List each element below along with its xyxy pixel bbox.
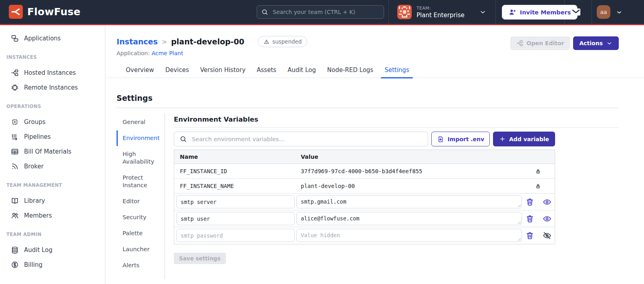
delete-variable-button[interactable] <box>525 214 535 224</box>
section-header: Environment Variables <box>174 113 619 128</box>
settings-nav: GeneralEnvironmentHigh AvailabilityProte… <box>117 113 165 279</box>
sidebar-item-label: Broker <box>24 163 44 170</box>
application-link[interactable]: Acme Plant <box>151 50 183 56</box>
save-settings-button[interactable]: Save settings <box>174 253 226 264</box>
settings-nav-palette[interactable]: Palette <box>117 226 165 241</box>
sidebar-section: TEAM MANAGEMENT Library Members <box>0 182 105 223</box>
status-badge-label: suspended <box>272 38 302 45</box>
import-env-button[interactable]: Import .env <box>431 132 490 146</box>
import-env-label: Import .env <box>447 136 484 142</box>
team-search-input[interactable] <box>272 8 380 16</box>
eye-off-icon[interactable] <box>542 231 552 240</box>
section-title: Environment Variables <box>174 116 258 123</box>
settings-layout: GeneralEnvironmentHigh AvailabilityProte… <box>117 113 619 279</box>
eye-icon[interactable] <box>542 214 552 224</box>
settings-content: Environment Variables Import .env <box>165 113 619 279</box>
env-var-value-input[interactable] <box>296 195 522 208</box>
delete-variable-button[interactable] <box>525 197 535 207</box>
env-var-name-input[interactable] <box>176 212 295 225</box>
sidebar-item-pipelines[interactable]: Pipelines <box>0 129 105 144</box>
applications-icon <box>11 34 19 42</box>
sidebar-item-broker[interactable]: Broker <box>0 159 105 174</box>
table-header: Name Value <box>174 150 555 164</box>
sidebar-item-label: Billing <box>24 261 42 268</box>
warning-icon <box>264 39 270 45</box>
sidebar-section-header: OPERATIONS <box>0 104 105 109</box>
invite-members-button[interactable]: Invite Members <box>502 5 578 20</box>
sidebar-item-label: Pipelines <box>24 133 51 140</box>
sidebar-item-label: Applications <box>24 35 61 42</box>
settings-nav-alerts[interactable]: Alerts <box>117 258 165 273</box>
delete-variable-button[interactable] <box>525 231 535 240</box>
resize-grip-icon[interactable] <box>517 238 521 241</box>
tab-overview[interactable]: Overview <box>120 64 160 78</box>
settings-nav-protect-instance[interactable]: Protect Instance <box>117 170 165 193</box>
env-var-name-input[interactable] <box>176 195 295 208</box>
brand-name: FlowFuse <box>27 6 80 18</box>
sidebar-item-hosted-instances[interactable]: Hosted Instances <box>0 65 105 80</box>
env-var-value-input[interactable] <box>296 229 522 242</box>
sidebar-section: TEAM ADMIN Audit Log Billing <box>0 232 105 272</box>
open-editor-button[interactable]: Open Editor <box>510 36 570 50</box>
add-variable-button[interactable]: Add variable <box>493 132 555 146</box>
lock-icon <box>535 168 541 175</box>
sidebar: Applications INSTANCES Hosted Instances … <box>0 25 105 284</box>
tab-version-history[interactable]: Version History <box>195 64 251 78</box>
team-selector[interactable]: TEAM: Plant Enterprise <box>397 4 490 20</box>
page-title: Settings <box>117 94 619 102</box>
invite-members-label: Invite Members <box>520 9 571 16</box>
tab-devices[interactable]: Devices <box>160 64 195 78</box>
chevron-down-icon[interactable] <box>479 8 487 16</box>
notifications-button[interactable] <box>570 6 582 18</box>
settings-nav-environment[interactable]: Environment <box>117 130 165 146</box>
env-var-row-locked: FF_INSTANCE_ID 37f7d969-97cd-4000-b650-b… <box>174 164 555 179</box>
flowfuse-logo[interactable]: FlowFuse <box>9 5 80 19</box>
sidebar-section: Applications <box>0 31 105 46</box>
settings-nav-general[interactable]: General <box>117 114 165 130</box>
sidebar-item-applications[interactable]: Applications <box>0 31 105 46</box>
sidebar-item-library[interactable]: Library <box>0 193 105 208</box>
env-variables-table: Name Value FF_INSTANCE_ID 37f7d969-97cd-… <box>174 150 555 244</box>
sidebar-item-remote-instances[interactable]: Remote Instances <box>0 80 105 95</box>
sidebar-item-audit-log[interactable]: Audit Log <box>0 242 105 257</box>
chevron-down-icon[interactable] <box>616 9 623 16</box>
env-var-value-field <box>296 229 522 242</box>
actions-button[interactable]: Actions <box>573 36 619 50</box>
env-var-value-input[interactable] <box>296 212 522 225</box>
tab-settings[interactable]: Settings <box>379 64 415 78</box>
open-editor-icon <box>516 40 523 47</box>
env-var-row-editable <box>174 227 555 244</box>
page-body: Settings GeneralEnvironmentHigh Availabi… <box>106 94 644 279</box>
env-var-row-editable <box>174 210 555 227</box>
eye-icon[interactable] <box>542 197 552 207</box>
sidebar-item-bill-of-materials[interactable]: Bill Of Materials <box>0 144 105 159</box>
sidebar-item-members[interactable]: Members <box>0 208 105 223</box>
plus-icon <box>499 136 506 142</box>
members-icon <box>11 212 19 220</box>
settings-nav-editor[interactable]: Editor <box>117 194 165 209</box>
env-var-name-input[interactable] <box>176 229 295 242</box>
settings-nav-security[interactable]: Security <box>117 210 165 225</box>
sidebar-section: OPERATIONS Groups Pipelines Bill Of Mate… <box>0 104 105 174</box>
user-avatar[interactable]: aa <box>597 5 610 19</box>
sidebar-item-billing[interactable]: Billing <box>0 257 105 272</box>
env-controls: Import .env Add variable <box>174 132 555 146</box>
column-header-value: Value <box>301 154 555 160</box>
column-header-name: Name <box>174 154 301 160</box>
sidebar-item-groups[interactable]: Groups <box>0 114 105 129</box>
resize-grip-icon[interactable] <box>517 221 521 224</box>
settings-nav-high-availability[interactable]: High Availability <box>117 146 165 170</box>
search-icon <box>179 135 187 143</box>
resize-grip-icon[interactable] <box>517 204 521 208</box>
tab-audit-log[interactable]: Audit Log <box>282 64 322 78</box>
team-search <box>257 5 384 19</box>
tab-assets[interactable]: Assets <box>251 64 282 78</box>
breadcrumb-instances-link[interactable]: Instances <box>117 37 158 46</box>
flowfuse-logo-icon <box>9 5 23 19</box>
sidebar-section: INSTANCES Hosted Instances Remote Instan… <box>0 54 105 95</box>
tab-node-red-logs[interactable]: Node-RED Logs <box>322 64 379 78</box>
settings-nav-launcher[interactable]: Launcher <box>117 242 165 257</box>
env-search-input[interactable] <box>191 136 423 143</box>
sidebar-item-label: Hosted Instances <box>24 69 76 76</box>
pipelines-icon <box>11 133 19 141</box>
